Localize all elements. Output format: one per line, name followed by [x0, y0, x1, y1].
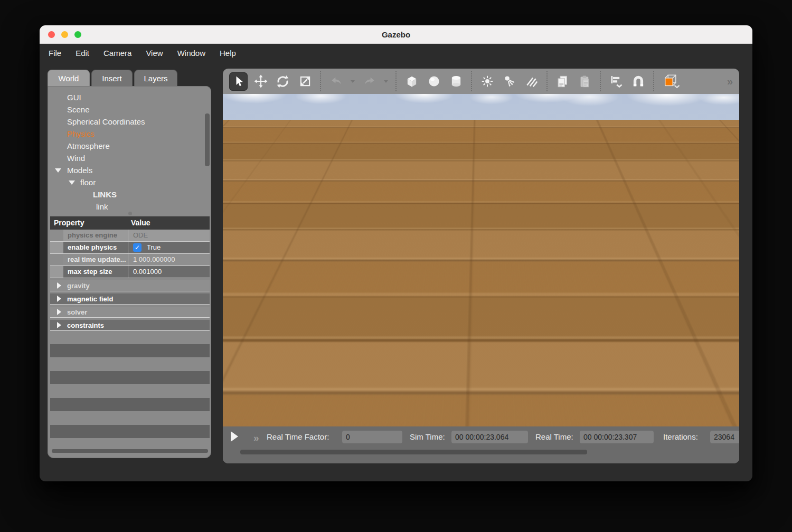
box-icon: [404, 74, 419, 89]
redo-button[interactable]: [360, 72, 379, 91]
render-view-area: »: [223, 69, 739, 463]
change-view-button[interactable]: [660, 72, 683, 91]
toolbar-overflow-button[interactable]: »: [727, 75, 732, 88]
insert-point-light-button[interactable]: [478, 72, 496, 91]
translate-tool-button[interactable]: [251, 72, 270, 91]
align-tool-button[interactable]: [607, 72, 625, 91]
expander-down-icon[interactable]: [55, 168, 61, 173]
expander-down-icon[interactable]: [69, 180, 75, 185]
splitter-handle[interactable]: [128, 212, 132, 215]
empty-row: [50, 425, 210, 438]
magnet-icon: [631, 74, 646, 89]
tree-vertical-scrollbar[interactable]: [205, 113, 210, 166]
align-icon: [609, 74, 624, 89]
tree-item-gui[interactable]: GUI: [67, 91, 81, 103]
empty-row: [50, 371, 210, 384]
select-tool-button[interactable]: [229, 72, 248, 91]
undo-history-dropdown[interactable]: [349, 72, 356, 91]
menubar: File Edit Camera View Window Help: [40, 44, 752, 62]
property-row-enable-physics[interactable]: enable physics ✓True: [50, 242, 210, 254]
expander-right-icon[interactable]: [57, 322, 61, 328]
window-title: Gazebo: [40, 25, 752, 44]
snap-tool-button[interactable]: [629, 72, 647, 91]
tree-item-floor[interactable]: floor: [80, 176, 96, 188]
expander-right-icon[interactable]: [57, 296, 61, 302]
property-group-magnetic-field[interactable]: magnetic field: [50, 293, 210, 305]
toolbar-separator: [471, 71, 472, 91]
horizon-haze: [223, 120, 739, 151]
scale-tool-button[interactable]: [296, 72, 314, 91]
sim-time-label: Sim Time:: [410, 432, 445, 441]
toolbar-separator: [653, 71, 654, 91]
left-panel: World Insert Layers GUI Scene Spherical …: [48, 70, 211, 458]
insert-directional-light-button[interactable]: [522, 72, 541, 91]
paste-button[interactable]: [576, 72, 594, 91]
rotate-tool-button[interactable]: [274, 72, 292, 91]
real-time-value: 00 00:00:23.307: [580, 431, 654, 443]
menu-window[interactable]: Window: [177, 49, 205, 58]
real-time-factor-label: Real Time Factor:: [267, 432, 329, 441]
copy-button[interactable]: [553, 72, 572, 91]
property-group-gravity[interactable]: gravity: [50, 280, 210, 291]
tree-item-physics[interactable]: Physics: [67, 128, 95, 140]
menu-help[interactable]: Help: [220, 49, 236, 58]
drone-shadow: [449, 263, 513, 271]
property-row-max-step-size[interactable]: max step size 0.001000: [50, 266, 210, 278]
expander-right-icon[interactable]: [57, 282, 61, 289]
tree-item-models[interactable]: Models: [67, 164, 92, 176]
tab-layers[interactable]: Layers: [134, 70, 177, 86]
tree-item-link[interactable]: link: [96, 201, 108, 213]
menu-camera[interactable]: Camera: [103, 49, 131, 58]
tab-world[interactable]: World: [48, 70, 90, 86]
cylinder-icon: [449, 74, 464, 89]
undo-icon: [329, 74, 343, 88]
simulation-statusbar: » Real Time Factor: 0 Sim Time: 00 00:00…: [223, 426, 739, 463]
physics-engine-value[interactable]: ODE: [128, 230, 210, 241]
floor-x-marking: [414, 355, 504, 400]
quadcopter-model[interactable]: [420, 214, 546, 272]
rear-right-leg: [501, 241, 505, 254]
tree-item-links[interactable]: LINKS: [93, 188, 117, 201]
real-time-update-value[interactable]: 1 000.000000: [128, 254, 210, 265]
property-row-real-time-update[interactable]: real time update... 1 000.000000: [50, 254, 210, 266]
front-right-leg: [506, 243, 513, 262]
viewport-horizontal-scrollbar[interactable]: [240, 450, 587, 454]
menu-view[interactable]: View: [146, 49, 163, 58]
physics-property-table: Property Value physics engine ODE enable…: [50, 216, 210, 331]
copy-icon: [555, 74, 570, 89]
redo-icon: [363, 74, 376, 88]
enable-physics-checkbox[interactable]: ✓: [133, 243, 142, 252]
render-viewport[interactable]: [223, 94, 739, 426]
max-step-size-value[interactable]: 0.001000: [128, 266, 210, 278]
menu-file[interactable]: File: [49, 49, 61, 58]
property-group-solver[interactable]: solver: [50, 307, 210, 318]
sphere-icon: [427, 74, 441, 89]
insert-cylinder-button[interactable]: [447, 72, 465, 91]
redo-history-dropdown[interactable]: [382, 72, 390, 91]
menu-edit[interactable]: Edit: [76, 49, 89, 58]
empty-row: [50, 398, 210, 411]
tree-item-spherical-coordinates[interactable]: Spherical Coordinates: [67, 116, 145, 128]
sky: [223, 94, 739, 120]
play-pause-button[interactable]: [231, 431, 238, 442]
tree-item-wind[interactable]: Wind: [67, 152, 85, 164]
toolbar-separator: [600, 71, 601, 91]
expander-right-icon[interactable]: [57, 309, 61, 315]
property-group-constraints[interactable]: constraints: [50, 320, 210, 331]
insert-box-button[interactable]: [402, 72, 421, 91]
view-cube-icon: [662, 73, 682, 89]
real-time-factor-value[interactable]: 0: [342, 431, 402, 443]
point-light-icon: [480, 74, 494, 88]
property-table-header: Property Value: [50, 216, 210, 230]
panel-horizontal-scrollbar[interactable]: [52, 449, 208, 453]
insert-spot-light-button[interactable]: [500, 72, 518, 91]
iterations-value: 23064: [710, 431, 739, 443]
tab-insert[interactable]: Insert: [91, 70, 133, 86]
cursor-arrow-icon: [232, 75, 245, 88]
tree-item-atmosphere[interactable]: Atmosphere: [67, 140, 110, 152]
tree-item-scene[interactable]: Scene: [67, 103, 90, 116]
statusbar-expand-button[interactable]: »: [250, 432, 261, 444]
undo-button[interactable]: [327, 72, 345, 91]
property-row-physics-engine[interactable]: physics engine ODE: [50, 230, 210, 242]
insert-sphere-button[interactable]: [425, 72, 443, 91]
